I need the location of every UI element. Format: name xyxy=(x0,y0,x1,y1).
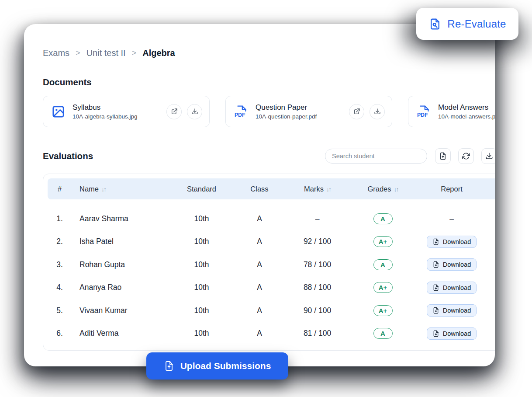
download-report-button[interactable]: Download xyxy=(427,304,477,317)
standard-cell: 10th xyxy=(170,237,233,246)
download-report-label: Download xyxy=(443,261,471,268)
download-icon xyxy=(485,152,493,160)
download-report-label: Download xyxy=(443,238,471,245)
main-card: Exams > Unit test II > Algebra Documents xyxy=(24,24,495,366)
grade-badge: A+ xyxy=(373,236,393,247)
marks-cell: 90 / 100 xyxy=(286,306,349,315)
re-evaluate-button[interactable]: Re-Evaluate xyxy=(416,8,518,40)
download-report-button[interactable]: Download xyxy=(427,327,477,340)
document-card-question-paper: PDF Question Paper 10A-question-paper.pd… xyxy=(225,96,392,127)
evaluations-table: # Name↓↑ Standard Class Marks↓↑ Grades↓↑… xyxy=(43,174,495,351)
open-external-icon xyxy=(171,108,178,115)
student-name: Ananya Rao xyxy=(72,283,170,292)
documents-heading: Documents xyxy=(43,76,495,88)
refresh-button[interactable] xyxy=(458,148,474,164)
upload-submissions-label: Upload Submissions xyxy=(180,361,271,371)
marks-cell: 88 / 100 xyxy=(286,283,349,292)
standard-cell: 10th xyxy=(170,283,233,292)
grade-badge: A xyxy=(373,328,393,339)
download-report-button[interactable]: Download xyxy=(427,282,477,294)
marks-cell: 92 / 100 xyxy=(286,237,349,246)
search-input[interactable] xyxy=(325,149,427,164)
row-index: 1. xyxy=(48,214,72,223)
standard-cell: 10th xyxy=(170,260,233,269)
student-name: Isha Patel xyxy=(72,237,170,246)
report-cell: – Download xyxy=(417,214,487,223)
pdf-file-icon: PDF xyxy=(416,104,431,119)
grade-badge: A+ xyxy=(373,305,393,316)
marks-cell: 78 / 100 xyxy=(286,260,349,269)
column-header-name[interactable]: Name↓↑ xyxy=(72,185,170,193)
grade-badge: A+ xyxy=(373,282,393,293)
report-empty: – xyxy=(449,214,454,223)
upload-submissions-button[interactable]: Upload Submissions xyxy=(146,352,288,380)
table-header: # Name↓↑ Standard Class Marks↓↑ Grades↓↑… xyxy=(48,178,495,199)
breadcrumb-separator: > xyxy=(132,49,137,58)
report-cell: – Download xyxy=(417,258,487,271)
table-row: 2. Isha Patel 10th A 92 / 100 A+ – Downl… xyxy=(48,230,495,254)
file-upload-icon xyxy=(439,152,447,160)
grade-cell: A+ xyxy=(349,305,417,316)
row-index: 3. xyxy=(48,260,72,269)
document-filename: 10A-algebra-syllabus.jpg xyxy=(73,113,138,120)
report-cell: – Download xyxy=(417,304,487,317)
sort-icon[interactable]: ↓↑ xyxy=(101,186,106,193)
refresh-icon xyxy=(462,152,470,160)
download-report-button[interactable]: Download xyxy=(427,236,477,248)
row-index: 5. xyxy=(48,306,72,315)
table-row: 3. Rohan Gupta 10th A 78 / 100 A – Downl… xyxy=(48,253,495,276)
evaluations-toolbar xyxy=(435,148,495,164)
download-all-button[interactable] xyxy=(481,148,495,164)
open-external-button[interactable] xyxy=(166,104,182,119)
download-file-button[interactable] xyxy=(187,104,202,119)
breadcrumb-exams[interactable]: Exams xyxy=(43,48,69,58)
svg-text:PDF: PDF xyxy=(235,112,245,118)
document-filename: 10A-model-answers.pdf xyxy=(438,113,495,120)
table-row: 5. Vivaan Kumar 10th A 90 / 100 A+ – Dow… xyxy=(48,299,495,322)
document-filename: 10A-question-paper.pdf xyxy=(256,113,317,120)
sort-icon[interactable]: ↓↑ xyxy=(326,186,331,193)
table-row: 4. Ananya Rao 10th A 88 / 100 A+ – Downl… xyxy=(48,276,495,299)
sort-icon[interactable]: ↓↑ xyxy=(394,186,398,193)
file-download-icon xyxy=(432,261,439,268)
row-index: 4. xyxy=(48,283,72,292)
download-file-button[interactable] xyxy=(370,104,385,119)
image-icon xyxy=(51,104,66,119)
open-external-button[interactable] xyxy=(349,104,364,119)
student-name: Rohan Gupta xyxy=(72,260,170,269)
breadcrumb-unit-test[interactable]: Unit test II xyxy=(86,48,126,58)
grade-cell: A xyxy=(349,259,417,270)
page: Re-Evaluate Exams > Unit test II > Algeb… xyxy=(0,0,532,397)
evaluations-heading: Evaluations xyxy=(43,151,93,161)
re-evaluate-label: Re-Evaluate xyxy=(447,18,506,30)
documents-row: Syllabus 10A-algebra-syllabus.jpg xyxy=(43,96,495,127)
breadcrumb: Exams > Unit test II > Algebra xyxy=(43,47,495,59)
file-download-icon xyxy=(432,284,439,291)
column-header-index: # xyxy=(48,185,72,193)
marks-cell: 81 / 100 xyxy=(286,329,349,338)
grade-cell: A xyxy=(349,213,417,224)
table-row: 1. Aarav Sharma 10th A – A – Download xyxy=(48,207,495,230)
document-card-model-answers: PDF Model Answers 10A-model-answers.pdf xyxy=(408,96,495,127)
file-download-icon xyxy=(432,238,439,245)
download-report-label: Download xyxy=(443,330,471,337)
breadcrumb-current-algebra: Algebra xyxy=(142,48,175,58)
class-cell: A xyxy=(233,237,286,246)
pdf-file-icon: PDF xyxy=(234,104,249,119)
column-header-marks[interactable]: Marks↓↑ xyxy=(286,185,349,193)
open-external-icon xyxy=(353,108,360,115)
file-upload-icon xyxy=(164,361,174,371)
file-download-icon xyxy=(432,330,439,337)
column-header-grades[interactable]: Grades↓↑ xyxy=(349,185,417,193)
grade-cell: A+ xyxy=(349,236,417,247)
column-header-standard: Standard xyxy=(170,185,233,193)
upload-file-button[interactable] xyxy=(435,148,451,164)
report-cell: – Download xyxy=(417,282,487,294)
row-index: 2. xyxy=(48,237,72,246)
column-header-class: Class xyxy=(233,185,286,193)
standard-cell: 10th xyxy=(170,306,233,315)
download-report-button[interactable]: Download xyxy=(427,258,477,271)
document-title: Syllabus xyxy=(73,103,138,112)
grade-badge: A xyxy=(373,213,393,224)
table-body: 1. Aarav Sharma 10th A – A – Download 2.… xyxy=(48,207,495,345)
